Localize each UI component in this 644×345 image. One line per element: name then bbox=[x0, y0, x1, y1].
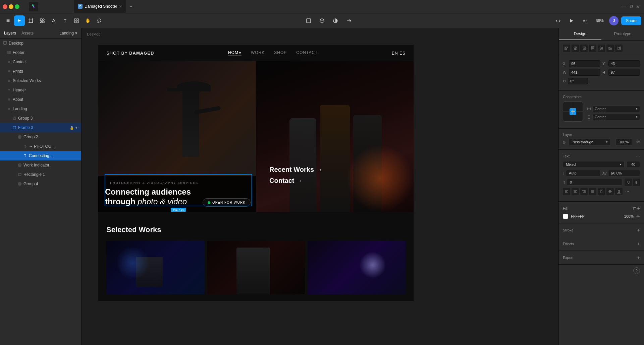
layer-contact[interactable]: Contact bbox=[0, 57, 81, 67]
nav-home[interactable]: HOME bbox=[228, 50, 241, 56]
browser-minimize[interactable]: — bbox=[621, 3, 627, 10]
code-view-button[interactable] bbox=[553, 15, 564, 26]
valign-top-btn[interactable] bbox=[598, 188, 605, 195]
tab-close-button[interactable]: ✕ bbox=[119, 4, 122, 8]
text-align-center[interactable] bbox=[572, 188, 579, 195]
stroke-add-btn[interactable]: + bbox=[637, 227, 640, 233]
shapes-tool[interactable] bbox=[37, 15, 48, 26]
nav-shop[interactable]: SHOP bbox=[274, 50, 287, 56]
y-input[interactable]: 43 bbox=[608, 60, 640, 67]
layer-frame3[interactable]: Frame 3 🔒 👁 bbox=[0, 123, 81, 132]
valign-bottom-btn[interactable] bbox=[615, 188, 623, 195]
text-more-btn[interactable]: ⋯ bbox=[625, 189, 629, 194]
work-item-2[interactable] bbox=[207, 241, 305, 294]
text-more-icon[interactable]: ⋯ bbox=[636, 154, 640, 158]
layer-header[interactable]: Header bbox=[0, 85, 81, 95]
nav-contact[interactable]: CONTACT bbox=[296, 50, 318, 56]
effects-add-btn[interactable]: + bbox=[637, 241, 640, 247]
kern-input[interactable]: |A| 0% bbox=[608, 170, 640, 177]
layer-selected-works[interactable]: Selected Works bbox=[0, 76, 81, 85]
distribute-h-btn[interactable] bbox=[615, 45, 623, 52]
recent-works-link[interactable]: Recent Works → bbox=[269, 166, 323, 174]
layer-landing[interactable]: Landing bbox=[0, 104, 81, 114]
prototype-flow-tool[interactable] bbox=[343, 15, 354, 26]
hero-cta-button[interactable]: OPEN FOR WORK bbox=[203, 198, 251, 207]
tab-layers[interactable]: Layers bbox=[4, 31, 16, 36]
h-input[interactable]: 97 bbox=[608, 69, 640, 76]
frame-picker-tool[interactable] bbox=[303, 15, 314, 26]
text-align-right[interactable] bbox=[580, 188, 588, 195]
indent-input[interactable]: 0 bbox=[567, 179, 623, 186]
menu-tool[interactable]: ≡ bbox=[3, 15, 13, 26]
layer-connecting[interactable]: T Connecting... bbox=[0, 151, 81, 160]
work-item-1[interactable] bbox=[106, 241, 204, 294]
fill-opacity-value[interactable]: 100% bbox=[624, 214, 634, 218]
fill-color-value[interactable]: FFFFFF bbox=[571, 214, 584, 218]
a-text-tool[interactable]: A↕ bbox=[580, 15, 590, 26]
work-item-3[interactable] bbox=[308, 241, 406, 294]
page-selector[interactable]: Landing ▾ bbox=[59, 31, 77, 36]
align-right-btn[interactable] bbox=[580, 45, 588, 52]
hand-tool[interactable]: ✋ bbox=[83, 15, 93, 26]
export-add-btn[interactable]: + bbox=[637, 255, 640, 260]
valign-middle-btn[interactable] bbox=[606, 188, 614, 195]
text-align-left[interactable] bbox=[563, 188, 570, 195]
contrast-tool[interactable] bbox=[330, 15, 341, 26]
layer-about[interactable]: About bbox=[0, 95, 81, 104]
play-button[interactable] bbox=[566, 15, 577, 26]
layer-work-indicator[interactable]: Work Indicator bbox=[0, 160, 81, 170]
zoom-level[interactable]: 66% bbox=[593, 18, 606, 23]
minimize-button[interactable] bbox=[9, 4, 13, 9]
browser-close[interactable]: ✕ bbox=[636, 4, 640, 9]
font-size-input[interactable]: 40 bbox=[627, 161, 640, 168]
component-tool[interactable] bbox=[71, 15, 82, 26]
layer-group2[interactable]: Group 2 bbox=[0, 132, 81, 142]
layer-visibility-btn[interactable]: 👁 bbox=[636, 140, 640, 144]
layer-rectangle1[interactable]: Rectangle 1 bbox=[0, 170, 81, 179]
h-constraint-dropdown[interactable]: Center ▾ bbox=[592, 106, 640, 112]
font-family-dropdown[interactable]: Mixed ▾ bbox=[563, 161, 625, 168]
rotation-input[interactable]: 0° bbox=[568, 78, 588, 84]
maximize-button[interactable] bbox=[15, 4, 19, 9]
blend-mode-dropdown[interactable]: Pass through ▾ bbox=[569, 139, 611, 145]
close-button[interactable] bbox=[3, 4, 7, 9]
layer-group4[interactable]: Group 4 bbox=[0, 179, 81, 189]
frame-tool[interactable] bbox=[25, 15, 36, 26]
comment-tool[interactable] bbox=[94, 15, 105, 26]
fill-color-swatch[interactable] bbox=[563, 214, 568, 219]
browser-restore[interactable]: ⧉ bbox=[630, 4, 633, 9]
pen-tool[interactable] bbox=[48, 15, 59, 26]
tab-design[interactable]: Design bbox=[559, 28, 601, 40]
layer-group3[interactable]: Group 3 bbox=[0, 114, 81, 123]
nav-work[interactable]: WORK bbox=[251, 50, 265, 56]
contact-link[interactable]: Contact → bbox=[269, 177, 323, 185]
v-constraint-dropdown[interactable]: Center ▾ bbox=[592, 114, 640, 120]
x-input[interactable]: 96 bbox=[569, 60, 600, 67]
fill-add-icon[interactable]: + bbox=[637, 206, 640, 211]
align-bottom-btn[interactable] bbox=[606, 45, 614, 52]
help-button[interactable]: ? bbox=[633, 267, 640, 274]
tab-prototype[interactable]: Prototype bbox=[601, 28, 644, 40]
browser-tab-active[interactable]: F Damaged Shooter ✕ bbox=[74, 0, 126, 13]
new-tab-button[interactable]: + bbox=[126, 0, 136, 13]
fill-visibility-icon[interactable]: 👁 bbox=[636, 214, 640, 218]
strikethrough-btn[interactable]: S̶ bbox=[633, 179, 640, 186]
text-tool[interactable]: T bbox=[60, 15, 70, 26]
w-input[interactable]: 441 bbox=[569, 69, 600, 76]
layer-desktop[interactable]: Desktop bbox=[0, 39, 81, 48]
fill-swap-icon[interactable]: ⇄ bbox=[633, 206, 636, 211]
tab-assets[interactable]: Assets bbox=[21, 31, 34, 36]
language-selector[interactable]: EN ES bbox=[392, 51, 406, 56]
user-avatar[interactable]: J bbox=[609, 16, 619, 25]
layer-photog[interactable]: T → PHOTOG... bbox=[0, 142, 81, 151]
share-button[interactable]: Share bbox=[621, 16, 641, 25]
text-align-justify[interactable] bbox=[589, 188, 596, 195]
align-center-h-btn[interactable] bbox=[572, 45, 579, 52]
cursor-tool[interactable] bbox=[14, 15, 25, 26]
align-left-btn[interactable] bbox=[563, 45, 570, 52]
fill-picker-tool[interactable] bbox=[317, 15, 327, 26]
opacity-input[interactable]: 100% bbox=[615, 139, 632, 145]
underline-btn[interactable]: U̲ bbox=[625, 179, 632, 186]
line-height-input[interactable]: Auto bbox=[566, 170, 600, 177]
layer-prints[interactable]: Prints bbox=[0, 67, 81, 76]
